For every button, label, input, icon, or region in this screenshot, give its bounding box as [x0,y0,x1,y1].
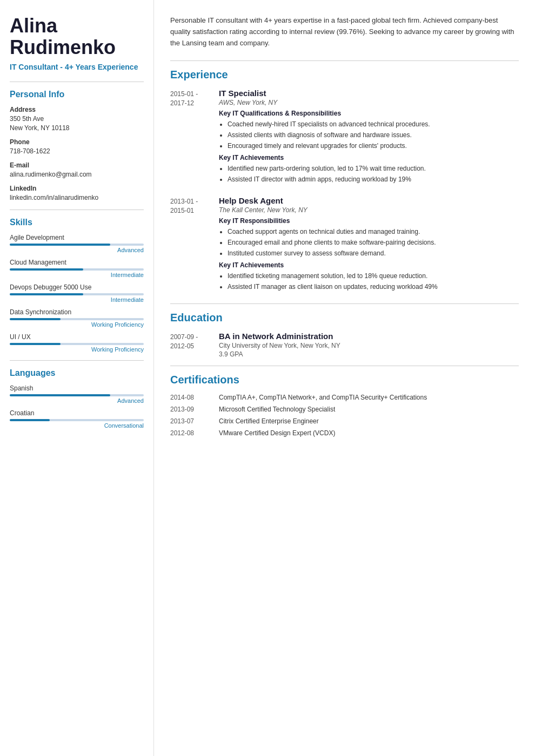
bullet-item: Assisted IT manager as client liaison on… [228,282,519,292]
phone-value: 718-708-1622 [10,147,144,156]
certifications-section-title: Certifications [170,374,519,386]
bullet-item: Identified new parts-ordering solution, … [228,164,519,173]
lang-croatian-bar-bg [10,419,144,421]
skill-data-sync-level: Working Proficiency [10,321,144,328]
address-label: Address [10,106,144,113]
main-content: Personable IT consultant with 4+ years e… [154,0,535,756]
skill-cloud-bar-fill [10,268,83,271]
skill-agile-level: Advanced [10,247,144,253]
phone-label: Phone [10,138,144,146]
divider-after-skills [10,360,144,361]
address-value: 350 5th AveNew York, NY 10118 [10,114,144,133]
address-field: Address 350 5th AveNew York, NY 10118 [10,106,144,133]
divider-before-experience [170,60,519,61]
sidebar: Alina Rudimenko IT Consultant - 4+ Years… [0,0,154,756]
exp-bullets-achievements-1: Identified new parts-ordering solution, … [219,164,519,184]
exp-company-it-specialist: AWS, New York, NY [219,99,519,106]
skill-devops-name: Devops Debugger 5000 Use [10,284,144,291]
edu-gpa-ba: 3.9 GPA [219,350,340,358]
exp-subtitle-responsibilities: Key IT Responsibilities [219,217,519,225]
email-label: E-mail [10,161,144,169]
skill-agile-bar-bg [10,244,144,246]
email-value: alina.rudimenko@gmail.com [10,170,144,179]
exp-subtitle-qualifications: Key IT Qualifications & Responsibilities [219,110,519,117]
exp-date-it-specialist: 2015-01 -2017-12 [170,89,219,186]
summary-text: Personable IT consultant with 4+ years e… [170,15,519,49]
bullet-item: Coached support agents on technical duti… [228,227,519,237]
phone-field: Phone 718-708-1622 [10,138,144,156]
lang-croatian: Croatian Conversational [10,409,144,429]
lang-spanish-name: Spanish [10,384,144,392]
lang-croatian-name: Croatian [10,409,144,417]
lang-croatian-level: Conversational [10,422,144,429]
candidate-subtitle: IT Consultant - 4+ Years Experience [10,62,144,72]
edu-school-ba: City University of New York, New York, N… [219,342,340,349]
bullet-item: Assisted IT director with admin apps, re… [228,174,519,184]
cert-entry-microsoft: 2013-09 Microsoft Certified Technology S… [170,406,519,413]
exp-date-help-desk: 2013-01 -2015-01 [170,196,219,294]
skill-devops: Devops Debugger 5000 Use Intermediate [10,284,144,303]
exp-company-help-desk: The Kall Center, New York, NY [219,206,519,214]
email-field: E-mail alina.rudimenko@gmail.com [10,161,144,179]
skill-agile-name: Agile Development [10,234,144,241]
bullet-item: Identified ticketing management solution… [228,271,519,281]
skills-list: Agile Development Advanced Cloud Managem… [10,234,144,353]
lang-spanish-bar-fill [10,394,110,396]
skill-ui-ux: UI / UX Working Proficiency [10,333,144,353]
edu-date-ba: 2007-09 -2012-05 [170,332,219,358]
linkedin-field: LinkedIn linkedin.com/in/alinarudimenko [10,185,144,202]
lang-spanish-bar-bg [10,394,144,396]
lang-croatian-bar-fill [10,419,50,421]
cert-name-vmware: VMware Certified Design Expert (VCDX) [219,429,519,437]
exp-entry-help-desk: 2013-01 -2015-01 Help Desk Agent The Kal… [170,196,519,294]
exp-content-help-desk: Help Desk Agent The Kall Center, New Yor… [219,196,519,294]
exp-subtitle-achievements-2: Key IT Achievements [219,261,519,269]
cert-entry-citrix: 2013-07 Citrix Certified Enterprise Engi… [170,417,519,425]
divider-before-certifications [170,366,519,366]
cert-entry-vmware: 2012-08 VMware Certified Design Expert (… [170,429,519,437]
bullet-item: Assisted clients with diagnosis of softw… [228,130,519,140]
skill-devops-bar-fill [10,293,83,295]
divider-after-personal [10,210,144,210]
divider-before-education [170,303,519,304]
skill-devops-level: Intermediate [10,296,144,303]
cert-date-vmware: 2012-08 [170,429,219,437]
bullet-item: Encouraged timely and relevant upgrades … [228,141,519,151]
edu-entry-ba: 2007-09 -2012-05 BA in Network Administr… [170,332,519,358]
cert-date-comptia: 2014-08 [170,394,219,401]
exp-entry-it-specialist: 2015-01 -2017-12 IT Specialist AWS, New … [170,89,519,186]
bullet-item: Instituted customer survey to assess sof… [228,248,519,258]
divider-after-name [10,82,144,82]
cert-name-citrix: Citrix Certified Enterprise Engineer [219,417,519,425]
skill-ui-ux-bar-bg [10,343,144,345]
languages-list: Spanish Advanced Croatian Conversational [10,384,144,429]
cert-entry-comptia: 2014-08 CompTIA A+, CompTIA Network+, an… [170,394,519,401]
exp-subtitle-achievements-1: Key IT Achievements [219,154,519,161]
lang-spanish-level: Advanced [10,397,144,404]
skill-agile: Agile Development Advanced [10,234,144,253]
exp-content-it-specialist: IT Specialist AWS, New York, NY Key IT Q… [219,89,519,186]
cert-date-citrix: 2013-07 [170,417,219,425]
skill-data-sync-bar-bg [10,318,144,320]
experience-section-title: Experience [170,69,519,81]
skill-cloud-bar-bg [10,268,144,271]
skill-cloud: Cloud Management Intermediate [10,259,144,278]
exp-bullets-achievements-2: Identified ticketing management solution… [219,271,519,292]
personal-info-fields: Address 350 5th AveNew York, NY 10118 Ph… [10,106,144,202]
skill-data-sync-name: Data Synchronization [10,308,144,316]
name-title-section: Alina Rudimenko IT Consultant - 4+ Years… [10,15,144,72]
personal-info-section-title: Personal Info [10,90,144,99]
exp-title-it-specialist: IT Specialist [219,89,519,98]
resume-container: Alina Rudimenko IT Consultant - 4+ Years… [0,0,535,756]
bullet-item: Encouraged email and phone clients to ma… [228,238,519,247]
skill-ui-ux-bar-fill [10,343,61,345]
skills-section-title: Skills [10,218,144,227]
languages-section-title: Languages [10,368,144,378]
skill-cloud-name: Cloud Management [10,259,144,266]
linkedin-value: linkedin.com/in/alinarudimenko [10,193,144,202]
skill-ui-ux-level: Working Proficiency [10,346,144,353]
linkedin-label: LinkedIn [10,185,144,192]
edu-content-ba: BA in Network Administration City Univer… [219,332,340,358]
bullet-item: Coached newly-hired IT specialists on ad… [228,119,519,129]
education-section-title: Education [170,312,519,324]
